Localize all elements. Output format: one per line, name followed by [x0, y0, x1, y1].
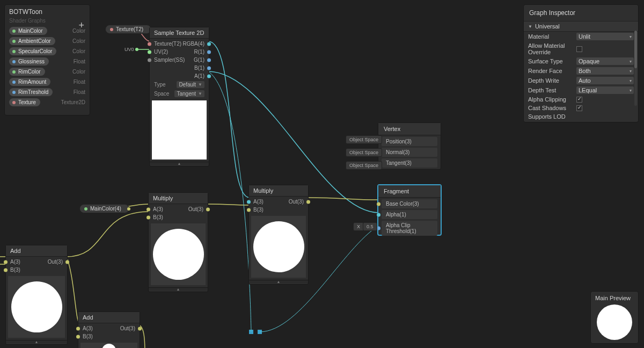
property-row[interactable]: AmbientColor Color	[9, 37, 85, 45]
sample-type-select[interactable]: Type Default▼	[150, 80, 209, 89]
space-badge: Object Space	[346, 135, 382, 144]
space-badge: Object Space	[346, 161, 382, 170]
svg-rect-1	[258, 330, 262, 334]
property-row[interactable]: Glossiness Float	[9, 57, 85, 66]
insp-surface-type[interactable]: Surface Type Opaque▾	[524, 56, 638, 66]
node-preview	[8, 276, 65, 338]
fragment-basecolor-slot[interactable]: Base Color(3)	[382, 199, 437, 208]
node-title[interactable]: Sample Texture 2D	[150, 27, 209, 39]
fragment-alpha-slot[interactable]: Alpha(1)	[382, 210, 437, 219]
vertex-position-slot[interactable]: Position(3)	[382, 137, 437, 146]
main-preview-panel[interactable]: Main Preview	[590, 291, 639, 344]
inspector-section-universal[interactable]: ▼Universal	[524, 21, 638, 32]
insp-depth-write[interactable]: Depth Write Auto▾	[524, 76, 638, 85]
node-preview	[152, 100, 207, 160]
node-preview	[251, 216, 306, 278]
inspector-title: Graph Inspector	[524, 5, 638, 21]
vertex-stack[interactable]: Vertex Position(3) Normal(3) Tangent(3)	[378, 122, 441, 170]
property-row[interactable]: SpecularColor Color	[9, 47, 85, 55]
property-row[interactable]: RimColor Color	[9, 68, 85, 76]
property-row[interactable]: MainColor Color	[9, 27, 85, 35]
vertex-tangent-slot[interactable]: Tangent(3)	[382, 158, 437, 168]
insp-supports-lod[interactable]: Supports LOD	[524, 112, 638, 121]
fragment-stack[interactable]: Fragment Base Color(3) Alpha(1) Alpha Cl…	[378, 185, 441, 235]
inspector-scrollbar[interactable]	[634, 31, 637, 106]
insp-depth-test[interactable]: Depth Test LEqual▾	[524, 85, 638, 95]
sample-space-select[interactable]: Space Tangent▼	[150, 89, 209, 98]
insp-material[interactable]: Material Unlit▾	[524, 32, 638, 41]
property-row[interactable]: Texture Texture2D	[9, 98, 85, 106]
property-node-texture[interactable]: Texture(T2)	[105, 25, 151, 34]
main-preview-title: Main Preview	[591, 292, 638, 305]
blackboard-subtitle: Shader Graphs	[9, 18, 85, 24]
main-preview-sphere	[597, 305, 632, 340]
graph-inspector-panel[interactable]: Graph Inspector ▼Universal Material Unli…	[523, 4, 639, 122]
fragment-alphaclip-slot[interactable]: Alpha Clip Threshold(1)	[382, 221, 437, 236]
uv-inline-label: UV0	[125, 47, 134, 52]
node-collapse-handle[interactable]: ▲	[150, 162, 209, 165]
blackboard-add-button[interactable]: +	[78, 20, 84, 31]
default-value[interactable]: 0.5	[363, 222, 377, 231]
property-pill: MainColor	[9, 27, 47, 35]
property-node-maincolor[interactable]: MainColor(4)	[79, 204, 129, 213]
node-add-1[interactable]: Add A(3)Out(3) B(3) ▲	[5, 245, 68, 345]
blackboard-panel[interactable]: BOTWToon Shader Graphs + MainColor Color…	[4, 4, 90, 115]
insp-allow-override[interactable]: Allow Material Override	[524, 41, 638, 56]
node-add-2[interactable]: Add A(3)Out(3) B(3)	[78, 311, 140, 348]
space-badge: Object Space	[346, 148, 382, 157]
lock-badge: X	[353, 222, 364, 231]
insp-render-face[interactable]: Render Face Both▾	[524, 66, 638, 76]
property-row[interactable]: RimAmount Float	[9, 78, 85, 86]
node-preview	[80, 343, 137, 348]
node-preview	[151, 223, 206, 285]
node-multiply-1[interactable]: Multiply A(3)Out(3) B(3) ▲	[148, 192, 208, 292]
node-multiply-2[interactable]: Multiply A(3)Out(3) B(3) ▲	[248, 185, 309, 285]
blackboard-title: BOTWToon	[9, 8, 85, 16]
insp-alpha-clipping[interactable]: Alpha Clipping	[524, 95, 638, 104]
insp-cast-shadows[interactable]: Cast Shadows	[524, 104, 638, 112]
svg-rect-0	[249, 330, 253, 334]
node-sample-texture-2d[interactable]: Sample Texture 2D Texture(T2)RGBA(4) UV(…	[149, 27, 209, 166]
property-row[interactable]: RimTreshold Float	[9, 88, 85, 96]
vertex-normal-slot[interactable]: Normal(3)	[382, 148, 437, 157]
